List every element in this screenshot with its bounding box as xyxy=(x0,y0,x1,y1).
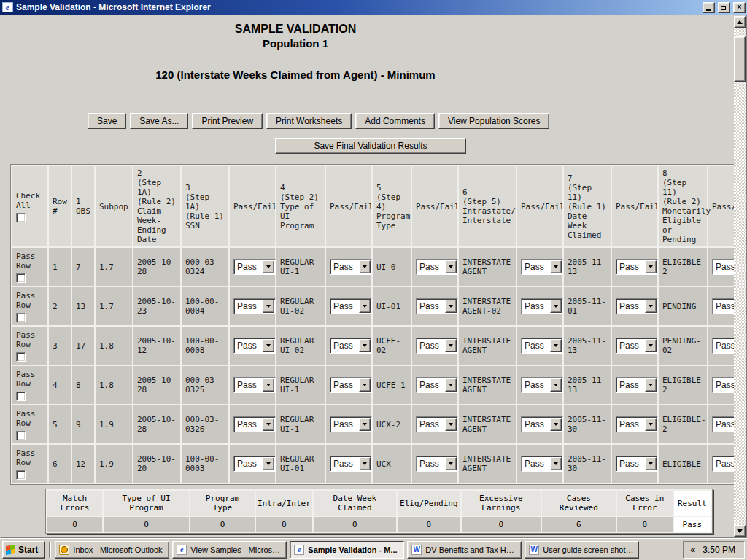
pass-fail-select[interactable]: Pass xyxy=(330,377,372,393)
save-as-button[interactable]: Save As... xyxy=(130,113,188,129)
dropdown-arrow-icon[interactable] xyxy=(645,418,657,431)
pass-fail-select[interactable]: Pass xyxy=(521,298,563,314)
dropdown-arrow-icon[interactable] xyxy=(445,339,457,352)
dropdown-arrow-icon[interactable] xyxy=(359,300,371,313)
pass-fail-select[interactable]: Pass xyxy=(712,298,734,314)
pass-fail-select[interactable]: Pass xyxy=(521,456,563,472)
save-button[interactable]: Save xyxy=(88,113,126,129)
dropdown-arrow-icon[interactable] xyxy=(445,418,457,431)
dropdown-arrow-icon[interactable] xyxy=(359,339,371,352)
taskbar-task-dv-benefits-and-tax-han[interactable]: WDV Benefits and Tax Han... xyxy=(407,541,522,559)
dropdown-arrow-icon[interactable] xyxy=(263,418,274,431)
dropdown-arrow-icon[interactable] xyxy=(445,378,457,392)
pass-fail-select[interactable]: Pass xyxy=(616,416,658,432)
dropdown-arrow-icon[interactable] xyxy=(263,457,274,470)
pass-row-checkbox[interactable] xyxy=(16,273,26,283)
pass-fail-select[interactable]: Pass xyxy=(233,259,276,275)
start-button[interactable]: Start xyxy=(2,541,45,559)
pass-fail-select[interactable]: Pass xyxy=(416,338,458,354)
dropdown-arrow-icon[interactable] xyxy=(445,300,457,313)
dropdown-arrow-icon[interactable] xyxy=(263,378,274,392)
dropdown-arrow-icon[interactable] xyxy=(550,300,562,313)
select-value: Pass xyxy=(417,459,445,469)
select-value: Pass xyxy=(616,262,645,272)
pass-fail-select[interactable]: Pass xyxy=(521,259,563,275)
pass-fail-select[interactable]: Pass xyxy=(330,416,372,432)
vertical-scrollbar[interactable] xyxy=(734,16,746,537)
dropdown-arrow-icon[interactable] xyxy=(359,457,371,470)
pass-fail-select[interactable]: Pass xyxy=(521,377,563,393)
restore-button[interactable] xyxy=(718,2,730,13)
view-population-scores-button[interactable]: View Population Scores xyxy=(438,113,550,129)
pass-fail-select[interactable]: Pass xyxy=(330,456,372,472)
taskbar-task-view-samples-microsoft[interactable]: eView Samples - Microsoft... xyxy=(172,541,287,559)
dropdown-arrow-icon[interactable] xyxy=(645,457,657,470)
pass-fail-select[interactable]: Pass xyxy=(712,416,734,432)
dropdown-arrow-icon[interactable] xyxy=(359,418,371,431)
pass-fail-select[interactable]: Pass xyxy=(521,416,563,432)
pass-fail-select[interactable]: Pass xyxy=(616,377,658,393)
pass-fail-select[interactable]: Pass xyxy=(712,259,734,275)
pass-fail-select[interactable]: Pass xyxy=(616,298,658,314)
pass-row-checkbox[interactable] xyxy=(16,392,26,401)
save-final-validation-results-button[interactable]: Save Final Validation Results xyxy=(275,138,466,154)
select-value: Pass xyxy=(234,459,263,469)
pass-row-checkbox[interactable] xyxy=(16,470,26,480)
add-comments-button[interactable]: Add Comments xyxy=(355,113,435,129)
dropdown-arrow-icon[interactable] xyxy=(645,260,657,273)
dropdown-arrow-icon[interactable] xyxy=(445,457,457,470)
pass-fail-select[interactable]: Pass xyxy=(233,298,276,314)
pass-fail-select[interactable]: Pass xyxy=(330,338,372,354)
pass-fail-select[interactable]: Pass xyxy=(233,338,276,354)
pass-fail-select[interactable]: Pass xyxy=(521,338,563,354)
pass-fail-select[interactable]: Pass xyxy=(416,259,458,275)
dropdown-arrow-icon[interactable] xyxy=(645,300,657,313)
dropdown-arrow-icon[interactable] xyxy=(645,339,657,352)
dropdown-arrow-icon[interactable] xyxy=(550,418,562,431)
pass-row-checkbox[interactable] xyxy=(16,431,26,440)
dropdown-arrow-icon[interactable] xyxy=(550,457,562,470)
dropdown-arrow-icon[interactable] xyxy=(263,339,274,352)
pass-row-checkbox[interactable] xyxy=(16,313,26,322)
dropdown-arrow-icon[interactable] xyxy=(550,378,562,392)
dropdown-arrow-icon[interactable] xyxy=(359,260,371,273)
cell-intrastate: INTERSTATE AGENT xyxy=(459,405,516,443)
select-value: Pass xyxy=(330,262,359,272)
taskbar-task-sample-validation-m[interactable]: eSample Validation - M... xyxy=(290,541,404,559)
column-header-obs: 1 OBS xyxy=(72,166,94,246)
taskbar-task-inbox-microsoft-outlook[interactable]: Inbox - Microsoft Outlook xyxy=(55,541,169,559)
pass-fail-select[interactable]: Pass xyxy=(330,298,372,314)
pass-fail-select[interactable]: Pass xyxy=(616,259,658,275)
pass-fail-select[interactable]: Pass xyxy=(712,377,734,393)
dropdown-arrow-icon[interactable] xyxy=(645,378,657,392)
pass-fail-select[interactable]: Pass xyxy=(233,377,276,393)
pass-fail-select[interactable]: Pass xyxy=(712,456,734,472)
pass-fail-select[interactable]: Pass xyxy=(712,338,734,354)
print-worksheets-button[interactable]: Print Worksheets xyxy=(266,113,352,129)
pass-fail-select[interactable]: Pass xyxy=(416,298,458,314)
pass-fail-select[interactable]: Pass xyxy=(416,456,458,472)
pass-fail-select[interactable]: Pass xyxy=(233,416,276,432)
dropdown-arrow-icon[interactable] xyxy=(445,260,457,273)
pass-fail-select[interactable]: Pass xyxy=(330,259,372,275)
dropdown-arrow-icon[interactable] xyxy=(263,260,274,273)
scrollbar-thumb[interactable] xyxy=(734,36,746,82)
tray-chevron[interactable]: « xyxy=(691,545,696,555)
dropdown-arrow-icon[interactable] xyxy=(263,300,274,313)
scroll-down-icon[interactable] xyxy=(734,525,746,537)
print-preview-button[interactable]: Print Preview xyxy=(192,113,263,129)
dropdown-arrow-icon[interactable] xyxy=(550,339,562,352)
pass-fail-select[interactable]: Pass xyxy=(233,456,276,472)
pass-fail-select[interactable]: Pass xyxy=(616,338,658,354)
pass-row-checkbox[interactable] xyxy=(16,352,26,362)
pass-fail-select[interactable]: Pass xyxy=(416,416,458,432)
dropdown-arrow-icon[interactable] xyxy=(359,378,371,392)
close-button[interactable]: × xyxy=(733,2,746,13)
check-all-checkbox[interactable] xyxy=(16,213,26,222)
scroll-up-icon[interactable] xyxy=(734,16,746,28)
pass-fail-select[interactable]: Pass xyxy=(616,456,658,472)
dropdown-arrow-icon[interactable] xyxy=(550,260,562,273)
taskbar-task-user-guide-screen-shots[interactable]: WUser guide screen shots ... xyxy=(525,541,639,559)
pass-fail-select[interactable]: Pass xyxy=(416,377,458,393)
minimize-button[interactable] xyxy=(703,2,715,13)
